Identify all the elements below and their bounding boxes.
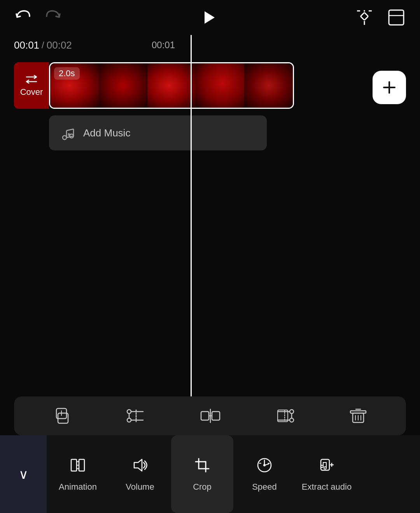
add-clip-button[interactable] bbox=[373, 71, 406, 104]
fullscreen-icon bbox=[387, 8, 406, 27]
keyframe-button[interactable] bbox=[355, 8, 374, 27]
timeline-marker: 00:01 bbox=[152, 40, 175, 51]
music-icon bbox=[60, 125, 75, 141]
play-icon bbox=[198, 7, 219, 28]
swap-icon bbox=[25, 74, 38, 85]
crop-label: Crop bbox=[193, 482, 212, 492]
duration-badge: 2.0s bbox=[54, 67, 80, 80]
svg-point-66 bbox=[321, 465, 323, 468]
music-track[interactable]: Add Music bbox=[49, 115, 267, 150]
svg-point-32 bbox=[290, 418, 294, 422]
timeline-header: 00:01 / 00:02 00:01 bbox=[0, 35, 420, 55]
svg-point-8 bbox=[63, 136, 66, 140]
toolbar-right bbox=[355, 8, 406, 27]
cover-text: Cover bbox=[20, 87, 43, 97]
svg-line-13 bbox=[66, 129, 74, 131]
speed-icon bbox=[256, 456, 273, 478]
toolbar-center bbox=[198, 7, 219, 28]
video-frame-3 bbox=[147, 63, 196, 108]
video-frame-5 bbox=[245, 63, 293, 108]
play-button[interactable] bbox=[198, 7, 219, 28]
trim-right-icon bbox=[275, 406, 295, 426]
svg-rect-54 bbox=[199, 462, 206, 469]
playhead bbox=[191, 35, 192, 396]
extract-audio-icon bbox=[318, 456, 336, 478]
svg-rect-45 bbox=[79, 459, 84, 471]
speed-svg-icon bbox=[256, 456, 273, 474]
undo-button[interactable] bbox=[14, 9, 32, 26]
redo-button[interactable] bbox=[44, 9, 62, 26]
total-time: 00:02 bbox=[47, 39, 72, 51]
svg-marker-49 bbox=[134, 459, 142, 471]
chevron-down-icon: ∨ bbox=[19, 466, 28, 482]
timeline-area: Cover 2.0s bbox=[14, 55, 406, 218]
edit-toolbar bbox=[14, 396, 406, 435]
svg-point-22 bbox=[127, 418, 131, 422]
time-separator: / bbox=[42, 40, 44, 51]
delete-icon bbox=[349, 406, 368, 426]
svg-rect-28 bbox=[212, 412, 220, 420]
current-time: 00:01 bbox=[14, 39, 39, 51]
svg-marker-0 bbox=[205, 11, 215, 24]
video-strip[interactable]: 2.0s bbox=[49, 62, 294, 109]
svg-rect-61 bbox=[321, 459, 329, 470]
top-toolbar bbox=[0, 0, 420, 35]
animation-icon bbox=[69, 456, 87, 478]
add-music-label: Add Music bbox=[83, 127, 130, 139]
animation-label: Animation bbox=[59, 482, 97, 492]
extract-audio-tool[interactable]: Extract audio bbox=[296, 435, 358, 513]
toolbar-left bbox=[14, 9, 62, 26]
volume-svg-icon bbox=[131, 456, 149, 474]
speed-tool[interactable]: Speed bbox=[233, 435, 296, 513]
plus-icon bbox=[382, 80, 397, 95]
duplicate-button[interactable] bbox=[52, 406, 72, 426]
animation-svg-icon bbox=[69, 456, 87, 474]
svg-rect-44 bbox=[71, 459, 77, 471]
app-container: 00:01 / 00:02 00:01 Cover 2.0s bbox=[0, 0, 420, 513]
crop-svg-icon bbox=[193, 456, 211, 474]
svg-point-21 bbox=[127, 410, 131, 414]
keyframe-icon bbox=[355, 8, 374, 27]
delete-button[interactable] bbox=[349, 406, 368, 426]
video-frame-2 bbox=[99, 63, 147, 108]
bottom-toolbar: ∨ Animation bbox=[0, 435, 420, 513]
svg-point-31 bbox=[290, 410, 294, 414]
trim-left-icon bbox=[126, 406, 146, 426]
undo-icon bbox=[14, 9, 32, 26]
fullscreen-button[interactable] bbox=[387, 8, 406, 27]
collapse-button[interactable]: ∨ bbox=[0, 435, 47, 513]
split-button[interactable] bbox=[200, 406, 220, 426]
split-icon bbox=[200, 406, 220, 426]
duplicate-icon bbox=[52, 406, 72, 426]
svg-rect-27 bbox=[201, 412, 209, 420]
animation-tool[interactable]: Animation bbox=[47, 435, 109, 513]
trim-right-button[interactable] bbox=[275, 406, 295, 426]
extract-audio-label: Extract audio bbox=[302, 482, 352, 492]
trim-left-button[interactable] bbox=[126, 406, 146, 426]
svg-rect-6 bbox=[389, 10, 404, 25]
crop-icon bbox=[193, 456, 211, 478]
volume-tool[interactable]: Volume bbox=[109, 435, 171, 513]
redo-icon bbox=[44, 9, 62, 26]
volume-label: Volume bbox=[126, 482, 154, 492]
crop-tool[interactable]: Crop bbox=[171, 435, 233, 513]
extract-audio-svg-icon bbox=[318, 456, 336, 474]
timeline-content: Cover 2.0s bbox=[0, 55, 420, 327]
cover-label: Cover bbox=[14, 62, 49, 109]
video-frame-4 bbox=[196, 63, 245, 108]
volume-icon bbox=[131, 456, 149, 478]
svg-rect-2 bbox=[360, 12, 368, 20]
speed-label: Speed bbox=[252, 482, 277, 492]
